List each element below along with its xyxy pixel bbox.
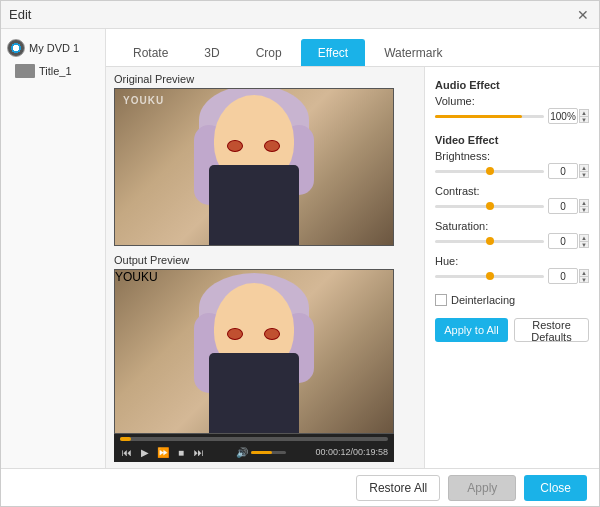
volume-control: 🔊 bbox=[236, 447, 286, 458]
volume-slider[interactable] bbox=[435, 110, 544, 122]
contrast-control-row: Contrast: 0 ▲ ▼ bbox=[435, 185, 589, 214]
contrast-value[interactable]: 0 bbox=[548, 198, 578, 214]
apply-button[interactable]: Apply bbox=[448, 475, 516, 501]
playback-buttons: ⏮ ▶ ⏩ ■ ⏭ bbox=[120, 445, 206, 459]
volume-fill bbox=[251, 451, 272, 454]
preview-background: YOUKU bbox=[115, 89, 393, 245]
brightness-spin-down[interactable]: ▼ bbox=[579, 171, 589, 178]
sidebar: My DVD 1 Title_1 bbox=[1, 29, 106, 468]
right-panel: Audio Effect Volume: 100% bbox=[424, 67, 599, 468]
progress-bar[interactable] bbox=[120, 437, 388, 441]
saturation-spinbox: 0 ▲ ▼ bbox=[548, 233, 589, 249]
titlebar: Edit ✕ bbox=[1, 1, 599, 29]
char-eye-left bbox=[227, 140, 243, 152]
volume-spin-arrows: ▲ ▼ bbox=[579, 109, 589, 123]
volume-icon: 🔊 bbox=[236, 447, 248, 458]
brightness-spinbox: 0 ▲ ▼ bbox=[548, 163, 589, 179]
volume-track bbox=[435, 115, 544, 118]
tab-watermark[interactable]: Watermark bbox=[367, 39, 459, 66]
disc-icon bbox=[7, 39, 25, 57]
hue-spinbox: 0 ▲ ▼ bbox=[548, 268, 589, 284]
playback-controls: ⏮ ▶ ⏩ ■ ⏭ 🔊 bbox=[114, 434, 394, 462]
saturation-track bbox=[435, 240, 544, 243]
sidebar-item-title1[interactable]: Title_1 bbox=[1, 61, 105, 81]
brightness-control-row: Brightness: 0 ▲ ▼ bbox=[435, 150, 589, 179]
output-preview-background: YOUKU bbox=[115, 270, 393, 433]
volume-label: Volume: bbox=[435, 95, 589, 107]
brightness-label: Brightness: bbox=[435, 150, 589, 162]
bottom-bar: Restore All Apply Close bbox=[1, 468, 599, 506]
skip-forward-button[interactable]: ⏭ bbox=[192, 445, 206, 459]
saturation-spin-up[interactable]: ▲ bbox=[579, 234, 589, 241]
volume-spin-up[interactable]: ▲ bbox=[579, 109, 589, 116]
brightness-slider[interactable] bbox=[435, 165, 544, 177]
tab-crop[interactable]: Crop bbox=[239, 39, 299, 66]
saturation-slider[interactable] bbox=[435, 235, 544, 247]
deinterlacing-row: Deinterlacing bbox=[435, 294, 589, 306]
brightness-thumb bbox=[486, 167, 494, 175]
fast-forward-button[interactable]: ⏩ bbox=[156, 445, 170, 459]
saturation-value[interactable]: 0 bbox=[548, 233, 578, 249]
volume-spin-down[interactable]: ▼ bbox=[579, 116, 589, 123]
saturation-spin-down[interactable]: ▼ bbox=[579, 241, 589, 248]
video-effect-title: Video Effect bbox=[435, 134, 589, 146]
output-preview-label: Output Preview bbox=[114, 254, 416, 266]
stop-button[interactable]: ■ bbox=[174, 445, 188, 459]
edit-window: Edit ✕ My DVD 1 Title_1 Rotate 3D Crop E… bbox=[0, 0, 600, 507]
brightness-spin-up[interactable]: ▲ bbox=[579, 164, 589, 171]
hue-spin-arrows: ▲ ▼ bbox=[579, 269, 589, 283]
apply-to-all-button[interactable]: Apply to All bbox=[435, 318, 508, 342]
saturation-thumb bbox=[486, 237, 494, 245]
window-close-button[interactable]: ✕ bbox=[575, 7, 591, 23]
contrast-slider[interactable] bbox=[435, 200, 544, 212]
volume-slider-group: 100% ▲ ▼ bbox=[435, 108, 589, 124]
close-button[interactable]: Close bbox=[524, 475, 587, 501]
tab-rotate[interactable]: Rotate bbox=[116, 39, 185, 66]
video-panel: Original Preview YOUKU bbox=[106, 67, 424, 468]
volume-control-row: Volume: 100% ▲ ▼ bbox=[435, 95, 589, 124]
tab-3d[interactable]: 3D bbox=[187, 39, 236, 66]
volume-bar[interactable] bbox=[251, 451, 286, 454]
progress-fill bbox=[120, 437, 131, 441]
char-body bbox=[209, 165, 299, 245]
volume-track-fill bbox=[435, 115, 522, 118]
restore-all-button[interactable]: Restore All bbox=[356, 475, 440, 501]
sidebar-item-dvd[interactable]: My DVD 1 bbox=[1, 35, 105, 61]
deinterlacing-checkbox[interactable] bbox=[435, 294, 447, 306]
play-button[interactable]: ▶ bbox=[138, 445, 152, 459]
controls-row: ⏮ ▶ ⏩ ■ ⏭ 🔊 bbox=[120, 445, 388, 459]
deinterlacing-label: Deinterlacing bbox=[451, 294, 515, 306]
hue-label: Hue: bbox=[435, 255, 589, 267]
contrast-spin-up[interactable]: ▲ bbox=[579, 199, 589, 206]
brightness-value[interactable]: 0 bbox=[548, 163, 578, 179]
content-area: Rotate 3D Crop Effect Watermark Original… bbox=[106, 29, 599, 468]
tab-effect[interactable]: Effect bbox=[301, 39, 365, 66]
hue-slider[interactable] bbox=[435, 270, 544, 282]
saturation-spin-arrows: ▲ ▼ bbox=[579, 234, 589, 248]
contrast-spin-arrows: ▲ ▼ bbox=[579, 199, 589, 213]
hue-spin-down[interactable]: ▼ bbox=[579, 276, 589, 283]
hue-spin-up[interactable]: ▲ bbox=[579, 269, 589, 276]
contrast-label: Contrast: bbox=[435, 185, 589, 197]
main-content: My DVD 1 Title_1 Rotate 3D Crop Effect W… bbox=[1, 29, 599, 468]
output-anime-character bbox=[184, 273, 324, 433]
tabs-bar: Rotate 3D Crop Effect Watermark bbox=[106, 29, 599, 67]
saturation-label: Saturation: bbox=[435, 220, 589, 232]
saturation-slider-group: 0 ▲ ▼ bbox=[435, 233, 589, 249]
hue-slider-group: 0 ▲ ▼ bbox=[435, 268, 589, 284]
contrast-thumb bbox=[486, 202, 494, 210]
audio-effect-title: Audio Effect bbox=[435, 79, 589, 91]
contrast-spinbox: 0 ▲ ▼ bbox=[548, 198, 589, 214]
out-char-eye-right bbox=[264, 328, 280, 340]
out-char-eye-left bbox=[227, 328, 243, 340]
restore-defaults-button[interactable]: Restore Defaults bbox=[514, 318, 589, 342]
hue-value[interactable]: 0 bbox=[548, 268, 578, 284]
volume-value[interactable]: 100% bbox=[548, 108, 578, 124]
brightness-track bbox=[435, 170, 544, 173]
brightness-spin-arrows: ▲ ▼ bbox=[579, 164, 589, 178]
output-preview-section: YOUKU bbox=[114, 269, 416, 462]
window-title: Edit bbox=[9, 7, 31, 22]
saturation-control-row: Saturation: 0 ▲ ▼ bbox=[435, 220, 589, 249]
skip-back-button[interactable]: ⏮ bbox=[120, 445, 134, 459]
contrast-spin-down[interactable]: ▼ bbox=[579, 206, 589, 213]
